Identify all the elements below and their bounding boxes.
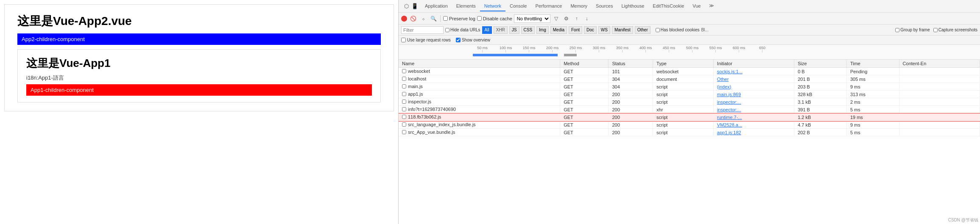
tab-more[interactable]: ≫ (705, 1, 718, 11)
timeline-bar-blue (473, 54, 558, 56)
vue-app-inner: 这里是Vue-App1 i18n:App1-語言 App1-children-c… (17, 49, 381, 102)
group-by-frame-label[interactable]: Group by frame (895, 28, 930, 32)
cell-status: 200 (609, 121, 653, 129)
cell-status: 304 (609, 83, 653, 91)
table-row[interactable]: 118.fb73b062.js GET 200 script runtime.7… (399, 113, 980, 121)
col-initiator[interactable]: Initiator (713, 60, 794, 68)
csdn-watermark: CSDN @节省钱 (948, 217, 978, 223)
tab-editthiscookie[interactable]: EditThisCookie (648, 1, 688, 11)
cell-type: websocket (653, 68, 714, 75)
tab-lighthouse[interactable]: Lighthouse (617, 1, 648, 11)
row-checkbox[interactable] (402, 122, 406, 127)
table-row[interactable]: inspector.js GET 200 script inspector:..… (399, 98, 980, 106)
filter-media-btn[interactable]: Media (550, 26, 567, 34)
cell-type: document (653, 75, 714, 83)
filter-font-btn[interactable]: Font (569, 26, 582, 34)
disable-cache-checkbox[interactable] (477, 16, 482, 21)
hide-data-urls-checkbox[interactable] (445, 28, 450, 32)
search-icon[interactable]: 🔍 (429, 14, 438, 23)
row-checkbox[interactable] (402, 69, 406, 73)
row-checkbox[interactable] (402, 77, 406, 81)
filter-other-btn[interactable]: Other (635, 26, 651, 34)
preserve-log-checkbox[interactable] (443, 16, 448, 21)
col-type[interactable]: Type (653, 60, 714, 68)
row-checkbox[interactable] (402, 84, 406, 88)
cell-status: 304 (609, 75, 653, 83)
col-method[interactable]: Method (560, 60, 609, 68)
filter-manifest-btn[interactable]: Manifest (612, 26, 633, 34)
tab-performance[interactable]: Performance (531, 1, 566, 11)
table-row[interactable]: websocket GET 101 websocket sockjs.js:1.… (399, 68, 980, 75)
group-by-frame-checkbox[interactable] (895, 28, 899, 32)
blocked-cookies-checkbox[interactable] (656, 28, 660, 32)
cell-method: GET (560, 113, 609, 121)
row-checkbox[interactable] (402, 107, 406, 111)
filter-css-btn[interactable]: CSS (521, 26, 535, 34)
filter-input[interactable] (401, 26, 444, 34)
col-content-en[interactable]: Content-En (899, 60, 980, 68)
inspect-icon[interactable]: ⬡ (402, 2, 410, 11)
import-icon[interactable]: ↑ (572, 14, 581, 23)
clear-icon[interactable]: 🚫 (409, 14, 417, 23)
settings-icon[interactable]: ⚙ (562, 14, 571, 23)
filter-xhr-btn[interactable]: XHR (494, 26, 508, 34)
record-button[interactable] (401, 16, 407, 22)
show-overview-label[interactable]: Show overview (456, 38, 490, 42)
row-checkbox[interactable] (402, 100, 406, 104)
tab-network[interactable]: Network (480, 1, 505, 11)
timeline-marks: 50 ms100 ms150 ms200 ms250 ms300 ms350 m… (471, 46, 774, 53)
timeline-mark: 650 (751, 46, 774, 53)
wifi-icon[interactable]: ▽ (552, 14, 561, 23)
tab-application[interactable]: Application (421, 1, 452, 11)
timeline-bar-gray (564, 54, 577, 56)
table-row[interactable]: app1.js GET 200 script main.js:869 328 k… (399, 91, 980, 98)
row-checkbox[interactable] (402, 115, 406, 119)
col-status[interactable]: Status (609, 60, 653, 68)
table-row[interactable]: info?t=1629873740690 GET 200 xhr inspect… (399, 106, 980, 113)
export-icon[interactable]: ↓ (583, 14, 591, 23)
filter-all-btn[interactable]: All (482, 26, 492, 34)
col-name[interactable]: Name (399, 60, 560, 68)
col-time[interactable]: Time (846, 60, 899, 68)
throttling-select[interactable]: No throttling (514, 14, 550, 23)
preserve-log-checkbox-label[interactable]: Preserve log (443, 16, 475, 21)
filter-doc-btn[interactable]: Doc (584, 26, 597, 34)
tab-vue[interactable]: Vue (688, 1, 705, 11)
tab-sources[interactable]: Sources (592, 1, 617, 11)
row-checkbox[interactable] (402, 92, 406, 96)
cell-size: 1.2 kB (794, 113, 847, 121)
show-overview-checkbox[interactable] (456, 38, 461, 42)
cell-method: GET (560, 129, 609, 136)
capture-screenshots-checkbox[interactable] (933, 28, 938, 32)
cell-type: script (653, 121, 714, 129)
tab-console[interactable]: Console (505, 1, 531, 11)
disable-cache-checkbox-label[interactable]: Disable cache (477, 16, 512, 21)
table-row[interactable]: localhost GET 304 document Other 201 B 3… (399, 75, 980, 83)
devtools-panel: ⬡ 📱 Application Elements Network Console… (399, 0, 980, 224)
filter-icon[interactable]: ⬦ (419, 14, 427, 23)
network-table-container[interactable]: Name Method Status Type Initiator Size T… (399, 60, 980, 224)
large-rows-checkbox[interactable] (401, 38, 406, 42)
cell-waterfall (899, 129, 980, 136)
filter-img-btn[interactable]: Img (536, 26, 549, 34)
hide-data-urls-label[interactable]: Hide data URLs (445, 28, 480, 32)
col-size[interactable]: Size (794, 60, 847, 68)
tab-elements[interactable]: Elements (452, 1, 480, 11)
cell-method: GET (560, 75, 609, 83)
table-row[interactable]: src_language_index_js.bundle.js GET 200 … (399, 121, 980, 129)
cell-status: 200 (609, 106, 653, 113)
blocked-cookies-label[interactable]: Has blocked cookies (656, 28, 700, 32)
cell-method: GET (560, 83, 609, 91)
cell-time: Pending (846, 68, 899, 75)
cell-type: script (653, 91, 714, 98)
device-icon[interactable]: 📱 (410, 2, 419, 11)
tab-memory[interactable]: Memory (566, 1, 592, 11)
filter-ws-btn[interactable]: WS (598, 26, 610, 34)
table-row[interactable]: src_App_vue.bundle.js GET 200 script app… (399, 129, 980, 136)
table-row[interactable]: main.js GET 304 script (index) 203 B 9 m… (399, 83, 980, 91)
row-checkbox[interactable] (402, 130, 406, 134)
large-rows-label[interactable]: Use large request rows (401, 38, 451, 42)
filter-js-btn[interactable]: JS (509, 26, 519, 34)
timeline-mark: 500 ms (681, 46, 704, 53)
capture-screenshots-label[interactable]: Capture screenshots (933, 28, 977, 32)
